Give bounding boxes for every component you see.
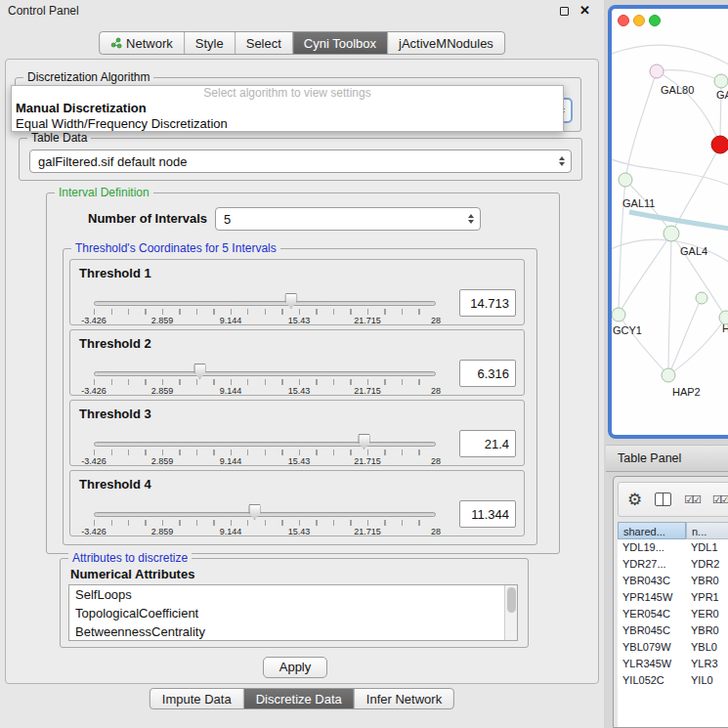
network-node[interactable] (619, 173, 632, 187)
table-data-combobox[interactable]: galFiltered.sif default node (29, 150, 572, 173)
network-node-label: GA (716, 89, 728, 101)
minimize-traffic-icon[interactable] (633, 15, 645, 26)
slider-thumb[interactable] (193, 364, 206, 379)
float-window-icon[interactable] (560, 7, 569, 16)
table-row[interactable]: YDR27... YDR2 (618, 556, 728, 573)
table-row[interactable]: YER054C YER0 (618, 606, 728, 622)
select-none-columns-icon[interactable]: ☑☑ (712, 493, 728, 506)
slider-thumb[interactable] (358, 434, 370, 450)
tick-label: 28 (431, 456, 441, 466)
table-row[interactable]: YBR045C YBR0 (618, 622, 728, 639)
threshold-label: Threshold 4 (79, 477, 151, 492)
list-scrollbar[interactable] (504, 585, 517, 640)
network-edge (668, 318, 726, 375)
combo-stepper-icon (559, 156, 565, 166)
table-row[interactable]: YPR145W YPR1 (618, 589, 728, 606)
network-edge (657, 70, 721, 81)
network-node[interactable] (696, 292, 707, 304)
scrollbar-thumb[interactable] (507, 587, 516, 613)
slider-track[interactable] (94, 442, 436, 447)
threshold-label: Threshold 3 (79, 407, 151, 421)
close-traffic-icon[interactable] (618, 15, 629, 26)
apply-button[interactable]: Apply (263, 657, 327, 678)
network-node[interactable] (711, 136, 728, 153)
tab-discretize-data[interactable]: Discretize Data (243, 689, 354, 708)
table-row[interactable]: YLR345W YLR3 (618, 656, 728, 672)
zoom-traffic-icon[interactable] (649, 15, 661, 26)
table-row[interactable]: YIL052C YIL0 (618, 672, 728, 689)
slider-thumb[interactable] (284, 293, 297, 309)
tick-label: 28 (431, 386, 441, 396)
dropdown-option-equal-width[interactable]: Equal Width/Frequency Discretization (12, 116, 563, 132)
cyni-toolbox-panel: Discretization Algorithm Select algorith… (5, 59, 599, 684)
tab-network[interactable]: Network (100, 32, 184, 54)
network-node-label: GAL80 (661, 84, 694, 96)
tab-jactivemnodules[interactable]: jActiveMNodules (387, 32, 504, 54)
tick-label: -3.426 (81, 456, 107, 466)
threshold-4-value-field[interactable] (459, 500, 516, 528)
threshold-2-slider: -3.426 2.859 9.144 15.43 21.715 28 (94, 360, 436, 395)
column-header-shared-name[interactable]: shared... (618, 522, 686, 539)
table-panel-header-bar[interactable]: Table Panel (606, 445, 728, 472)
dropdown-option-manual-discretization[interactable]: Manual Discretization (12, 101, 563, 116)
tab-style[interactable]: Style (184, 32, 235, 54)
tab-select[interactable]: Select (235, 32, 292, 54)
combo-value: 5 (224, 212, 231, 227)
tick-label: 2.859 (151, 527, 174, 536)
table-data-group: Table Data galFiltered.sif default node (19, 138, 582, 181)
table-header-row: shared... n... (618, 522, 728, 539)
table-row[interactable]: YDL19... YDL1 (618, 539, 728, 556)
list-item[interactable]: BetweennessCentrality (69, 622, 517, 641)
slider-ticks (94, 379, 436, 385)
slider-track[interactable] (94, 371, 436, 376)
cell-shared-name: YPR145W (618, 589, 686, 606)
network-node[interactable] (650, 64, 664, 78)
column-header-name[interactable]: n... (686, 522, 728, 539)
network-edge-thick (629, 212, 728, 232)
tab-impute-data[interactable]: Impute Data (150, 689, 243, 708)
columns-icon[interactable] (655, 492, 671, 506)
tick-label: 9.144 (220, 456, 242, 466)
list-item[interactable]: SelfLoops (69, 585, 517, 604)
slider-track[interactable] (94, 512, 436, 517)
cell-shared-name: YER054C (618, 606, 686, 622)
numerical-attributes-list: SelfLoops TopologicalCoefficient Between… (68, 584, 518, 641)
window-title: Control Panel (8, 4, 79, 18)
threshold-1-box: Threshold 1 -3.426 2.859 9.144 15.43 21.… (69, 259, 525, 325)
tick-label: 21.715 (354, 386, 381, 396)
threshold-4-box: Threshold 4 -3.426 2.859 9.144 15.43 21.… (69, 470, 525, 536)
number-of-intervals-label: Number of Intervals (88, 211, 207, 226)
threshold-3-value-field[interactable] (459, 430, 516, 457)
close-icon[interactable]: ✕ (579, 3, 590, 18)
gear-icon[interactable]: ⚙ (627, 490, 642, 510)
network-node[interactable] (664, 226, 679, 241)
threshold-3-slider: -3.426 2.859 9.144 15.43 21.715 28 (94, 430, 436, 465)
network-edge (657, 71, 720, 145)
network-node-label: GCY1 (613, 324, 642, 336)
tick-label: 9.144 (220, 386, 242, 396)
slider-track[interactable] (94, 301, 436, 306)
tick-label: 15.43 (288, 456, 311, 466)
network-node[interactable] (662, 368, 675, 382)
select-all-columns-icon[interactable]: ☑☑ (684, 493, 700, 506)
attributes-to-discretize-group: Attributes to discretize Numerical Attri… (60, 558, 529, 648)
tick-label: 2.859 (151, 386, 174, 396)
tick-label: 21.715 (354, 456, 381, 466)
tab-infer-network[interactable]: Infer Network (354, 689, 453, 708)
table-panel-window: ⚙ ☑☑ ☑☑ shared... n... YDL19... YDL1 YDR… (613, 476, 728, 728)
slider-thumb[interactable] (248, 504, 261, 520)
network-canvas[interactable]: GAL80GAGAL11GAL4GCY1HHAP2 (612, 9, 728, 435)
network-view-window[interactable]: GAL80GAGAL11GAL4GCY1HHAP2 (608, 5, 728, 439)
number-of-intervals-combobox[interactable]: 5 (215, 207, 481, 231)
table-row[interactable]: YBR043C YBR0 (618, 573, 728, 589)
threshold-1-value-field[interactable] (459, 289, 516, 317)
group-label: Discretization Algorithm (23, 70, 153, 84)
network-node[interactable] (612, 308, 625, 321)
slider-ticks (94, 450, 436, 455)
list-item[interactable]: TopologicalCoefficient (69, 604, 517, 622)
network-node[interactable] (714, 74, 728, 88)
tab-cyni-toolbox[interactable]: Cyni Toolbox (292, 32, 387, 54)
threshold-2-value-field[interactable] (459, 360, 516, 387)
table-toolbar: ⚙ ☑☑ ☑☑ (618, 482, 728, 517)
table-row[interactable]: YBL079W YBL0 (618, 639, 728, 656)
